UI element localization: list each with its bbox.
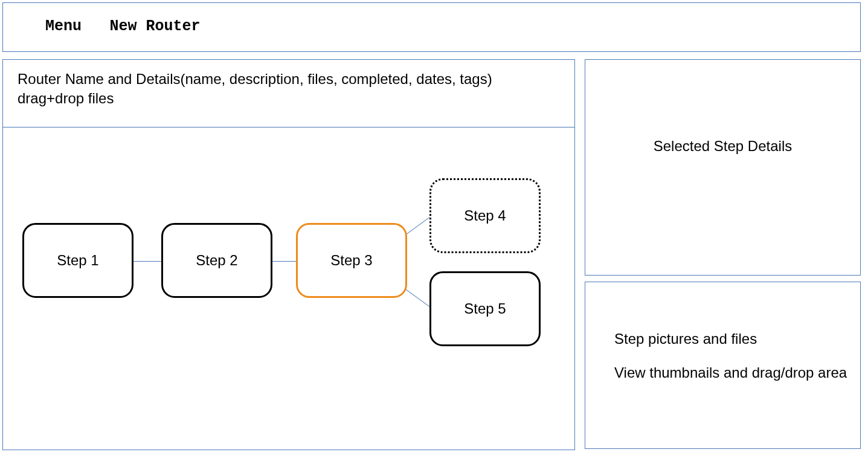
main-panel: Router Name and Details(name, descriptio… bbox=[2, 59, 575, 450]
header-bar: Menu New Router bbox=[2, 2, 861, 52]
step-label: Step 1 bbox=[57, 252, 98, 269]
menu-link[interactable]: Menu bbox=[45, 18, 82, 35]
step-label: Step 4 bbox=[464, 207, 506, 224]
step-box-3[interactable]: Step 3 bbox=[296, 223, 407, 298]
connector-s3-s5 bbox=[404, 288, 431, 308]
selected-step-details-panel: Selected Step Details bbox=[585, 59, 861, 276]
step-label: Step 2 bbox=[196, 252, 237, 269]
step-label: Step 5 bbox=[464, 300, 506, 317]
step-box-2[interactable]: Step 2 bbox=[161, 223, 272, 298]
connector-s3-s4 bbox=[405, 216, 431, 236]
connector-s1-s2 bbox=[133, 261, 163, 262]
step-label: Step 3 bbox=[330, 252, 372, 269]
selected-step-details-title: Selected Step Details bbox=[654, 138, 792, 155]
page-title: New Router bbox=[109, 18, 200, 35]
connector-s2-s3 bbox=[272, 261, 298, 262]
step-files-line: View thumbnails and drag/drop area bbox=[614, 363, 860, 382]
step-box-1[interactable]: Step 1 bbox=[22, 223, 133, 298]
step-box-4[interactable]: Step 4 bbox=[429, 178, 541, 253]
workflow-canvas[interactable]: Step 1 Step 2 Step 3 Step 4 Step 5 bbox=[3, 127, 574, 433]
step-box-5[interactable]: Step 5 bbox=[429, 271, 541, 346]
router-details-area[interactable]: Router Name and Details(name, descriptio… bbox=[3, 60, 574, 127]
step-files-line: Step pictures and files bbox=[614, 329, 860, 349]
step-files-panel[interactable]: Step pictures and files View thumbnails … bbox=[585, 282, 861, 449]
